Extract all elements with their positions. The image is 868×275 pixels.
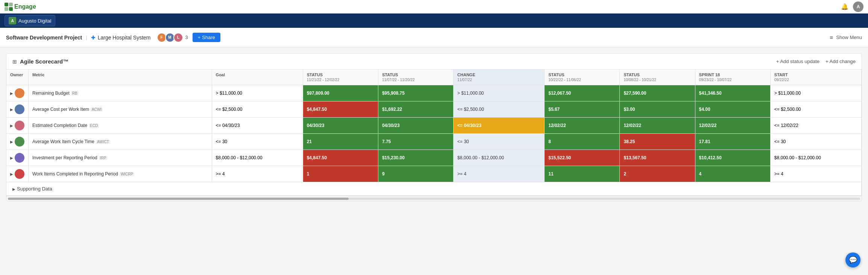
owner-cell: ▶ [6,85,29,101]
owner-cell: ▶ [6,118,29,134]
expand-icon[interactable]: ▶ [10,107,13,112]
client-plus-icon: ✚ [91,35,96,41]
horizontal-scrollbar[interactable] [6,196,862,201]
logo-text: Engage [14,3,36,10]
org-band: A Augusto Digital [0,14,868,28]
grid-icon: ⊞ [12,59,17,65]
scorecard-card: ⊞ Agile Scorecard™ + Add status update +… [6,53,862,201]
expand-icon[interactable]: ▶ [10,91,13,95]
owner-avatar [15,88,24,98]
expand-icon[interactable]: ▶ [10,156,13,160]
status3-cell: $12,067.50 [545,85,620,101]
status2-cell: 9 [378,166,453,182]
change-cell: <= 30 [454,134,545,150]
status4-cell: 12/02/22 [620,118,695,134]
sprint-cell: $4.00 [695,101,770,118]
org-name: Augusto Digital [18,18,51,24]
col-header-status3: STATUS 10/22/22 - 11/06/22 [545,70,620,85]
start-cell: <= 12/02/22 [770,118,861,134]
start-cell: > $11,000.00 [770,85,861,101]
col-header-status4: STATUS 10/08/22 - 10/21/22 [620,70,695,85]
status1-cell: 04/30/23 [303,118,378,134]
supporting-data-row: ▶Supporting Data [6,182,862,196]
user-avatar[interactable]: A [853,2,863,12]
status4-cell: $27,590.00 [620,85,695,101]
table-row: ▶Investment per Reporting PeriodIRP$8,00… [6,150,862,166]
change-cell: <= $2,500.00 [454,101,545,118]
metric-cell: Average Cost per Work ItemACWI [29,101,212,118]
owner-cell: ▶ [6,166,29,182]
top-nav-right: 🔔 A [841,2,863,12]
goal-cell: $8,000.00 - $12,000.00 [212,150,303,166]
expand-icon[interactable]: ▶ [10,124,13,128]
expand-icon[interactable]: ▶ [10,140,13,144]
goal-cell: >= 4 [212,166,303,182]
change-cell: > $11,000.00 [454,85,545,101]
change-cell: >= 4 [454,166,545,182]
col-header-status1: STATUS 11/21/22 - 12/02/22 [303,70,378,85]
status2-cell: $1,692.22 [378,101,453,118]
metric-cell: Average Work Item Cycle TimeAWICT [29,134,212,150]
table-row: ▶Estimated Completion DateECD<= 04/30/23… [6,118,862,134]
chat-bubble[interactable]: 💬 [845,252,860,267]
scorecard-title: Agile Scorecard™ [20,58,68,65]
metric-tag: AWICT [96,140,110,144]
project-header: Software Development Project | ✚ Large H… [0,28,868,47]
goal-cell: <= $2,500.00 [212,101,303,118]
divider: | [86,35,87,40]
status3-cell: 8 [545,134,620,150]
share-button[interactable]: + Share [193,33,220,42]
metric-tag: RB [71,91,79,95]
status2-cell: $15,230.00 [378,150,453,166]
metric-name: Remaining Budget [32,91,70,96]
col-header-metric: Metric [29,70,212,85]
menu-lines-icon: ≡ [830,34,833,41]
table-row: ▶Work Items Completed in Reporting Perio… [6,166,862,182]
owner-cell: ▶ [6,134,29,150]
client-area: ✚ Large Hospital System [91,35,151,41]
status3-cell: $15,522.50 [545,150,620,166]
status1-cell: 21 [303,134,378,150]
add-change-link[interactable]: + Add change [826,59,856,64]
logo-area[interactable]: Engage [5,3,36,11]
show-menu-area[interactable]: ≡ Show Menu [830,34,862,41]
owner-avatar [15,153,24,163]
supporting-data-label: Supporting Data [17,186,52,192]
table-container: Owner Metric Goal STATUS 11/21/22 - 12/0… [6,70,862,196]
col-header-change: CHANGE 11/07/22 [454,70,545,85]
status1-cell: 1 [303,166,378,182]
owner-cell: ▶ [6,101,29,118]
col-header-status2: STATUS 11/07/22 - 11/20/22 [378,70,453,85]
add-status-update-link[interactable]: + Add status update [776,59,819,64]
team-avatars: F M L 3 [157,33,188,42]
sprint-cell: 12/02/22 [695,118,770,134]
table-row: ▶Average Cost per Work ItemACWI<= $2,500… [6,101,862,118]
metric-tag: IRP [99,156,108,160]
svg-rect-3 [9,7,13,11]
status4-cell: 2 [620,166,695,182]
notifications-icon[interactable]: 🔔 [841,3,848,10]
top-navigation: Engage 🔔 A [0,0,868,14]
col-header-start: START 09/22/22 [770,70,861,85]
svg-rect-2 [5,7,8,11]
project-title: Software Development Project [6,35,82,41]
metric-tag: ACWI [91,107,103,112]
goal-cell: <= 30 [212,134,303,150]
svg-rect-0 [5,3,8,6]
metric-cell: Work Items Completed in Reporting Period… [29,166,212,182]
status1-cell: $97,809.00 [303,85,378,101]
metric-cell: Estimated Completion DateECD [29,118,212,134]
supporting-expand-icon[interactable]: ▶ [12,187,15,191]
start-cell: <= $2,500.00 [770,101,861,118]
supporting-data-cell: ▶Supporting Data [6,182,862,196]
team-avatar-3[interactable]: L [173,33,183,42]
status4-cell: 38.25 [620,134,695,150]
org-badge[interactable]: A Augusto Digital [5,15,55,26]
change-cell: $8,000.00 - $12,000.00 [454,150,545,166]
sprint-cell: 4 [695,166,770,182]
status1-cell: $4,847.50 [303,150,378,166]
goal-cell: <= 04/30/23 [212,118,303,134]
expand-icon[interactable]: ▶ [10,172,13,176]
goal-cell: > $11,000.00 [212,85,303,101]
avatar-count: 3 [185,35,188,40]
